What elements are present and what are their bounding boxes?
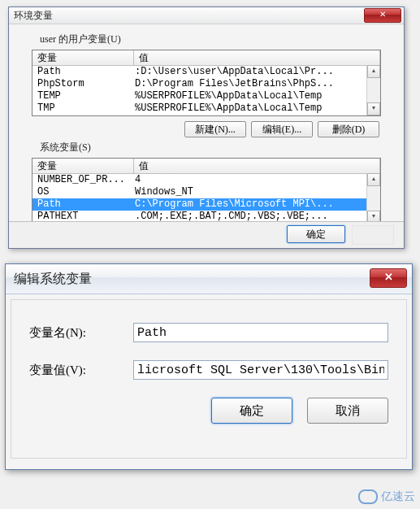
edit-sys-var-dialog: 编辑系统变量 ✕ 变量名(N): 变量值(V): 确定 取消 xyxy=(5,263,413,470)
scroll-up-icon[interactable]: ▴ xyxy=(367,173,380,186)
sys-vars-listbox[interactable]: 变量 值 NUMBER_OF_PR...4 OSWindows_NT PathC… xyxy=(32,158,381,224)
watermark: 亿速云 xyxy=(358,489,415,504)
cancel-button[interactable]: 取消 xyxy=(307,398,388,424)
cell: D:\Program Files\JetBrains\PhpS... xyxy=(133,78,380,90)
col-header-name[interactable]: 变量 xyxy=(32,159,134,173)
var-value-row: 变量值(V): xyxy=(29,360,388,380)
sys-vars-label: 系统变量(S) xyxy=(40,141,381,154)
dialog-body: user 的用户变量(U) 变量 值 Path:D:\Users\user\Ap… xyxy=(9,24,404,254)
cell: TMP xyxy=(32,102,133,115)
delete-user-var-button[interactable]: 删除(D) xyxy=(318,121,379,137)
cell: Windows_NT xyxy=(133,186,380,198)
dialog-body: 变量名(N): 变量值(V): 确定 取消 xyxy=(11,299,407,459)
table-row-selected[interactable]: PathC:\Program Files\Microsoft MPI\... xyxy=(32,198,380,211)
list-header: 变量 值 xyxy=(32,50,380,66)
scroll-up-icon[interactable]: ▴ xyxy=(367,65,380,78)
scrollbar[interactable]: ▴ ▾ xyxy=(366,65,380,115)
cell: %USERPROFILE%\AppData\Local\Temp xyxy=(133,90,380,102)
cell: Path xyxy=(32,66,133,78)
var-name-input[interactable] xyxy=(133,323,388,342)
scroll-down-icon[interactable]: ▾ xyxy=(367,102,380,115)
dialog-buttons: 确定 取消 xyxy=(29,398,388,424)
table-row[interactable]: TEMP%USERPROFILE%\AppData\Local\Temp xyxy=(32,90,380,102)
var-value-label: 变量值(V): xyxy=(29,363,133,378)
var-name-label: 变量名(N): xyxy=(29,325,133,341)
table-row[interactable]: NUMBER_OF_PR...4 xyxy=(32,174,380,186)
cancel-button-cropped[interactable] xyxy=(352,225,394,245)
close-icon[interactable]: ✕ xyxy=(370,268,407,288)
cloud-icon xyxy=(358,489,378,504)
user-vars-buttons: 新建(N)... 编辑(E)... 删除(D) xyxy=(32,121,379,137)
cell: Path xyxy=(32,198,133,211)
ok-button[interactable]: 确定 xyxy=(287,225,345,243)
env-vars-dialog: 环境变量 ✕ user 的用户变量(U) 变量 值 Path:D:\Users\… xyxy=(8,7,405,249)
var-value-input[interactable] xyxy=(133,360,388,380)
edit-user-var-button[interactable]: 编辑(E)... xyxy=(251,121,313,137)
close-icon[interactable]: ✕ xyxy=(364,8,401,23)
table-row[interactable]: OSWindows_NT xyxy=(32,186,380,198)
cell: NUMBER_OF_PR... xyxy=(32,174,133,186)
dialog-title: 环境变量 xyxy=(14,9,53,23)
titlebar[interactable]: 环境变量 ✕ xyxy=(9,7,404,24)
col-header-name[interactable]: 变量 xyxy=(32,50,134,65)
cell: OS xyxy=(32,186,133,198)
cell: 4 xyxy=(133,174,380,186)
ok-button[interactable]: 确定 xyxy=(211,398,292,424)
cell: TEMP xyxy=(32,90,133,102)
var-name-row: 变量名(N): xyxy=(29,323,388,342)
titlebar[interactable]: 编辑系统变量 ✕ xyxy=(6,264,412,294)
dialog-footer: 确定 xyxy=(9,221,404,248)
col-header-value[interactable]: 值 xyxy=(134,50,380,65)
list-header: 变量 值 xyxy=(32,159,380,174)
table-row[interactable]: TMP%USERPROFILE%\AppData\Local\Temp xyxy=(32,102,380,115)
sys-vars-rows: NUMBER_OF_PR...4 OSWindows_NT PathC:\Pro… xyxy=(32,174,380,223)
scrollbar[interactable]: ▴ ▾ xyxy=(366,173,380,224)
user-vars-listbox[interactable]: 变量 值 Path:D:\Users\user\AppData\Local\Pr… xyxy=(32,50,381,116)
new-user-var-button[interactable]: 新建(N)... xyxy=(184,121,246,137)
cell: C:\Program Files\Microsoft MPI\... xyxy=(133,198,380,211)
user-vars-rows: Path:D:\Users\user\AppData\Local\Pr... P… xyxy=(32,66,380,115)
dialog-title: 编辑系统变量 xyxy=(14,271,92,288)
col-header-value[interactable]: 值 xyxy=(134,159,380,173)
cell: %USERPROFILE%\AppData\Local\Temp xyxy=(133,102,380,115)
cell: PhpStorm xyxy=(32,78,133,90)
user-vars-label: user 的用户变量(U) xyxy=(40,33,381,46)
watermark-text: 亿速云 xyxy=(381,489,415,504)
cell: :D:\Users\user\AppData\Local\Pr... xyxy=(133,66,380,78)
table-row[interactable]: Path:D:\Users\user\AppData\Local\Pr... xyxy=(32,66,380,78)
table-row[interactable]: PhpStormD:\Program Files\JetBrains\PhpS.… xyxy=(32,78,380,90)
